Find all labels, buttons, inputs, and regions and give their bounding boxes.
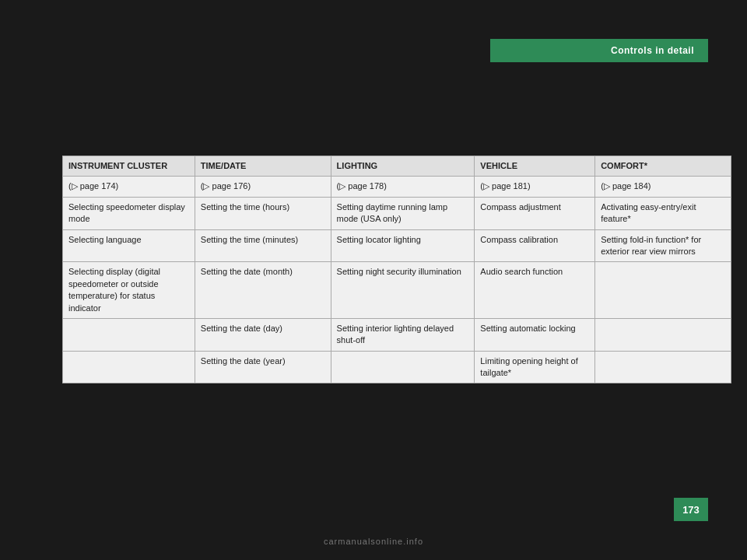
row2-col5: Setting fold-in function* for exterior r… bbox=[595, 229, 731, 262]
col1-header-text: INSTRUMENT CLUSTER bbox=[68, 161, 167, 170]
section-header: Controls in detail bbox=[490, 39, 708, 62]
row4-col3: Setting interior lighting delayed shut-o… bbox=[331, 318, 475, 351]
row3-col3: Setting night security illumination bbox=[331, 262, 475, 319]
col1-subheader: (▷ page 174) bbox=[63, 177, 195, 197]
controls-table: INSTRUMENT CLUSTER TIME/DATE LIGHTING VE… bbox=[62, 156, 731, 383]
row2-col2: Setting the time (minutes) bbox=[195, 229, 331, 262]
row3-col1: Selecting display (digital speedometer o… bbox=[63, 262, 195, 319]
row2-col1: Selecting language bbox=[63, 229, 195, 262]
col4-header: VEHICLE bbox=[475, 156, 595, 177]
col4-subheader: (▷ page 181) bbox=[475, 177, 595, 197]
row5-col3 bbox=[331, 351, 475, 383]
col5-header-text: COMFORT* bbox=[601, 161, 647, 170]
row1-col5: Activating easy-entry/exit feature* bbox=[595, 197, 731, 229]
col3-subheader: (▷ page 178) bbox=[331, 177, 475, 197]
table-row: Selecting display (digital speedometer o… bbox=[63, 262, 731, 319]
row4-col1 bbox=[63, 318, 195, 351]
row3-col2: Setting the date (month) bbox=[195, 262, 331, 319]
row3-col4: Audio search function bbox=[475, 262, 595, 319]
row5-col2: Setting the date (year) bbox=[195, 351, 331, 383]
row1-col4: Compass adjustment bbox=[475, 197, 595, 229]
col4-header-text: VEHICLE bbox=[480, 161, 517, 170]
row4-col5 bbox=[595, 318, 731, 351]
row1-col1: Selecting speedometer display mode bbox=[63, 197, 195, 229]
row2-col4: Compass calibration bbox=[475, 229, 595, 262]
row4-col2: Setting the date (day) bbox=[195, 318, 331, 351]
table-row: Setting the date (year) Limiting opening… bbox=[63, 351, 731, 383]
col5-subheader: (▷ page 184) bbox=[595, 177, 731, 197]
table-header-row: INSTRUMENT CLUSTER TIME/DATE LIGHTING VE… bbox=[63, 156, 731, 177]
col3-header: LIGHTING bbox=[331, 156, 475, 177]
table-subheader-row: (▷ page 174) (▷ page 176) (▷ page 178) (… bbox=[63, 177, 731, 197]
table-row: Setting the date (day) Setting interior … bbox=[63, 318, 731, 351]
main-table-container: INSTRUMENT CLUSTER TIME/DATE LIGHTING VE… bbox=[62, 156, 708, 383]
row3-col5 bbox=[595, 262, 731, 319]
watermark: carmanualsonline.info bbox=[324, 537, 423, 546]
row5-col5 bbox=[595, 351, 731, 383]
col3-header-text: LIGHTING bbox=[337, 161, 378, 170]
page-number: 173 bbox=[674, 498, 708, 521]
table-row: Selecting language Setting the time (min… bbox=[63, 229, 731, 262]
row2-col3: Setting locator lighting bbox=[331, 229, 475, 262]
col2-header: TIME/DATE bbox=[195, 156, 331, 177]
table-row: Selecting speedometer display mode Setti… bbox=[63, 197, 731, 229]
row4-col4: Setting automatic locking bbox=[475, 318, 595, 351]
col2-subheader: (▷ page 176) bbox=[195, 177, 331, 197]
row5-col1 bbox=[63, 351, 195, 383]
row1-col3: Setting daytime running lamp mode (USA o… bbox=[331, 197, 475, 229]
col1-header: INSTRUMENT CLUSTER bbox=[63, 156, 195, 177]
col2-header-text: TIME/DATE bbox=[201, 161, 246, 170]
row5-col4: Limiting opening height of tailgate* bbox=[475, 351, 595, 383]
col5-header: COMFORT* bbox=[595, 156, 731, 177]
row1-col2: Setting the time (hours) bbox=[195, 197, 331, 229]
